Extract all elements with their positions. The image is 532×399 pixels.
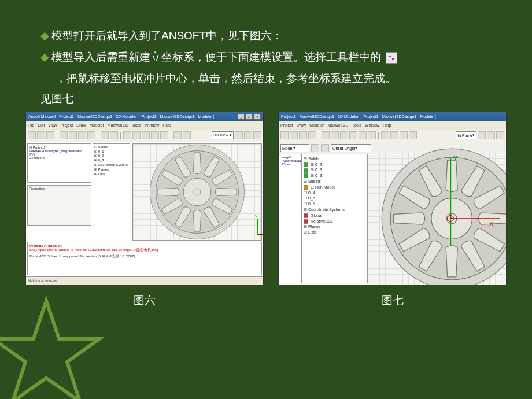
menu-bar[interactable]: FileEditViewProjectDrawModelerMaxwell 2D… [26, 121, 263, 130]
toolbar[interactable]: 3D View ▾ [26, 130, 263, 142]
origin-marker-icon [447, 215, 454, 222]
y-axis [450, 158, 452, 245]
toolbar-1[interactable]: In Plane ▾ [279, 130, 506, 142]
bullet-icon: ◆ [40, 26, 49, 46]
inplane-combo[interactable]: In Plane ▾ [456, 131, 476, 139]
design-panel[interactable]: esign1 (Magnetostatic, XY w [280, 154, 300, 283]
window-title: Project1 - Maxwell2DDesign1 - 3D Modeler… [281, 114, 436, 119]
viewport[interactable]: V X [368, 153, 506, 285]
menu-bar[interactable]: ProjectDrawModelerMaxwell 2DToolsWindowH… [279, 121, 506, 130]
offset-origin-icon [386, 52, 397, 64]
figure-6-label: 图六 [134, 293, 156, 308]
viewport[interactable]: X V [132, 143, 262, 241]
offset-origin-combo[interactable]: Offset Origin ▾ [331, 144, 371, 152]
figure-7-label: 图七 [382, 293, 404, 308]
x-axis [450, 218, 500, 219]
model-tree[interactable]: ⊟ Solids ⊞ 0_2 ⊞ 0_3 ⊞ 0_3 ⊟ Sheets ⊟ No… [301, 154, 368, 283]
paragraph-2a: 模型导入后需重新建立坐标系，便于下面建模设置。选择工具栏中的 [51, 47, 492, 67]
star-decoration-icon [0, 295, 104, 399]
minimize-button[interactable]: _ [238, 114, 245, 120]
rotor-model [148, 143, 246, 241]
status-bar: Nothing is selected [26, 276, 263, 285]
bullet-icon: ◆ [40, 47, 49, 67]
view-combo[interactable]: 3D View ▾ [212, 131, 234, 139]
figure-6-screenshot: Ansoft Maxwell - Project1 - Maxwell2DDes… [25, 112, 264, 285]
svg-point-3 [194, 189, 201, 195]
paragraph-1: 模型打开后就导入到了ANSOFT中，见下图六： [51, 26, 492, 46]
message-panel[interactable]: Project1 (C:/Users/) SM_import failure. … [27, 242, 262, 275]
axis-x-label: X [489, 221, 493, 227]
project-panel[interactable]: ⊟ Project1* Maxwell2DDesign1 (Magnetosta… [27, 143, 91, 183]
properties-panel[interactable]: Properties [27, 185, 91, 226]
model-combo[interactable]: Model ▾ [280, 144, 309, 152]
paragraph-2c: 见图七 [40, 89, 492, 109]
maximize-button[interactable]: □ [246, 114, 253, 120]
window-title: Ansoft Maxwell - Project1 - Maxwell2DDes… [28, 114, 214, 119]
figure-7-screenshot: Project1 - Maxwell2DDesign1 - 3D Modeler… [278, 112, 507, 285]
close-button[interactable]: × [254, 114, 261, 120]
axis-v-label: V [453, 155, 457, 161]
rotor-model [379, 146, 507, 285]
paragraph-2b: ，把鼠标移至电枢冲片中心，单击，然后结束，参考坐标系建立完成。 [56, 69, 492, 88]
